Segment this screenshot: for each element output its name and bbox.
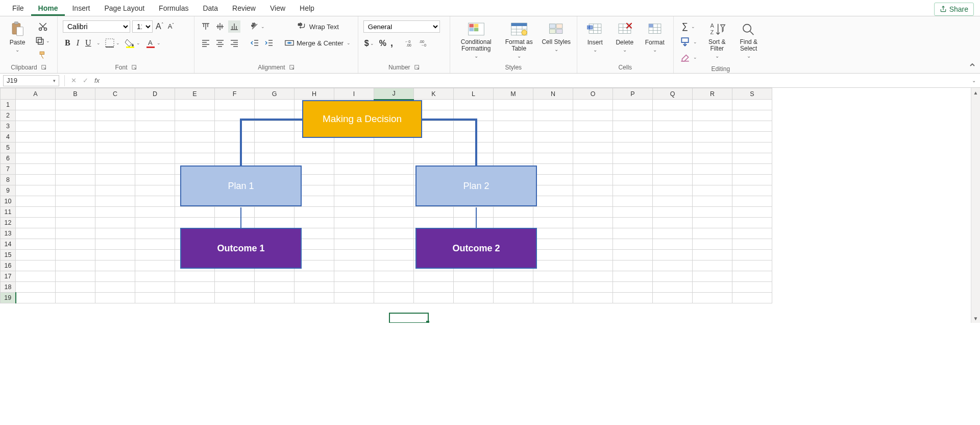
align-left-button[interactable] [200, 37, 212, 49]
connector[interactable] [476, 207, 477, 229]
cell[interactable] [255, 121, 295, 132]
cell[interactable] [334, 218, 374, 228]
decrease-decimal-button[interactable]: .00→0 [418, 37, 430, 50]
col-header[interactable]: K [414, 88, 454, 100]
format-cells-button[interactable]: Format⌄ [642, 20, 668, 53]
cell[interactable] [613, 153, 653, 164]
cell[interactable] [653, 110, 693, 121]
cell[interactable] [215, 293, 255, 303]
cell[interactable] [533, 218, 573, 228]
cell[interactable] [135, 228, 175, 239]
connector[interactable] [475, 119, 477, 166]
cell[interactable] [454, 293, 494, 303]
cell[interactable] [295, 207, 334, 218]
cell[interactable] [732, 271, 772, 282]
cell[interactable] [613, 185, 653, 196]
cell[interactable] [374, 271, 414, 282]
delete-cells-button[interactable]: Delete⌄ [612, 20, 638, 53]
cell[interactable] [693, 100, 732, 110]
cell[interactable] [494, 271, 533, 282]
scroll-up-button[interactable]: ▲ [971, 88, 980, 97]
cell[interactable] [56, 207, 95, 218]
cell[interactable] [693, 282, 732, 293]
cell[interactable] [653, 239, 693, 250]
cell[interactable] [16, 250, 56, 261]
cell[interactable] [175, 282, 215, 293]
cell[interactable] [533, 132, 573, 143]
cell[interactable] [295, 293, 334, 303]
cell[interactable] [613, 110, 653, 121]
cell[interactable] [693, 196, 732, 207]
row-header[interactable]: 14 [1, 239, 16, 250]
vertical-scrollbar[interactable]: ▲ ▼ [971, 88, 980, 323]
cell[interactable] [374, 250, 414, 261]
cell[interactable] [16, 228, 56, 239]
cell[interactable] [95, 185, 135, 196]
tab-view[interactable]: View [263, 1, 292, 16]
cell[interactable] [255, 218, 295, 228]
align-right-button[interactable] [228, 37, 240, 49]
cell[interactable] [16, 196, 56, 207]
cell[interactable] [56, 239, 95, 250]
cell[interactable] [533, 153, 573, 164]
cell[interactable] [334, 282, 374, 293]
orientation-button[interactable]: ab⌄ [249, 20, 267, 33]
cell[interactable] [732, 207, 772, 218]
cell[interactable] [693, 207, 732, 218]
cell[interactable] [693, 110, 732, 121]
cell[interactable] [215, 100, 255, 110]
cell[interactable] [334, 207, 374, 218]
accounting-format-button[interactable]: $⌄ [363, 38, 376, 49]
cell[interactable] [573, 164, 613, 175]
cell[interactable] [732, 110, 772, 121]
cell[interactable] [653, 293, 693, 303]
cell[interactable] [255, 271, 295, 282]
cell[interactable] [494, 110, 533, 121]
col-header[interactable]: N [533, 88, 573, 100]
tab-formulas[interactable]: Formulas [152, 1, 195, 16]
cell[interactable] [16, 143, 56, 153]
cell[interactable] [454, 121, 494, 132]
cell[interactable] [613, 132, 653, 143]
name-box[interactable]: J19 ▾ [3, 75, 59, 86]
cell[interactable] [653, 121, 693, 132]
fill-button[interactable]: ⌄ [679, 36, 699, 48]
cell[interactable] [613, 207, 653, 218]
cell[interactable] [613, 293, 653, 303]
cell[interactable] [454, 143, 494, 153]
cell[interactable] [653, 100, 693, 110]
cell[interactable] [295, 218, 334, 228]
cell[interactable] [295, 143, 334, 153]
number-format-select[interactable]: General [363, 20, 440, 33]
cell[interactable] [16, 100, 56, 110]
cell[interactable] [95, 196, 135, 207]
cell[interactable] [732, 143, 772, 153]
cell[interactable] [653, 132, 693, 143]
cell[interactable] [374, 153, 414, 164]
col-header[interactable]: J [374, 88, 414, 100]
cell[interactable] [573, 218, 613, 228]
cell[interactable] [175, 207, 215, 218]
cell[interactable] [414, 207, 454, 218]
cell[interactable] [693, 271, 732, 282]
cell[interactable] [135, 185, 175, 196]
cell[interactable] [95, 250, 135, 261]
cell[interactable] [135, 132, 175, 143]
cell[interactable] [175, 110, 215, 121]
cell[interactable] [95, 293, 135, 303]
cell[interactable] [175, 218, 215, 228]
cell[interactable] [613, 175, 653, 185]
cell[interactable] [56, 293, 95, 303]
cell[interactable] [732, 185, 772, 196]
cell[interactable] [454, 207, 494, 218]
cell[interactable] [653, 271, 693, 282]
cut-button[interactable] [34, 20, 52, 33]
clipboard-dialog-launcher-icon[interactable] [41, 65, 46, 70]
format-painter-button[interactable] [34, 49, 52, 61]
cell[interactable] [175, 121, 215, 132]
cell[interactable] [414, 143, 454, 153]
scroll-down-button[interactable]: ▼ [971, 314, 980, 323]
font-color-button[interactable]: A⌄ [144, 37, 163, 49]
tab-review[interactable]: Review [225, 1, 263, 16]
cell[interactable] [135, 250, 175, 261]
